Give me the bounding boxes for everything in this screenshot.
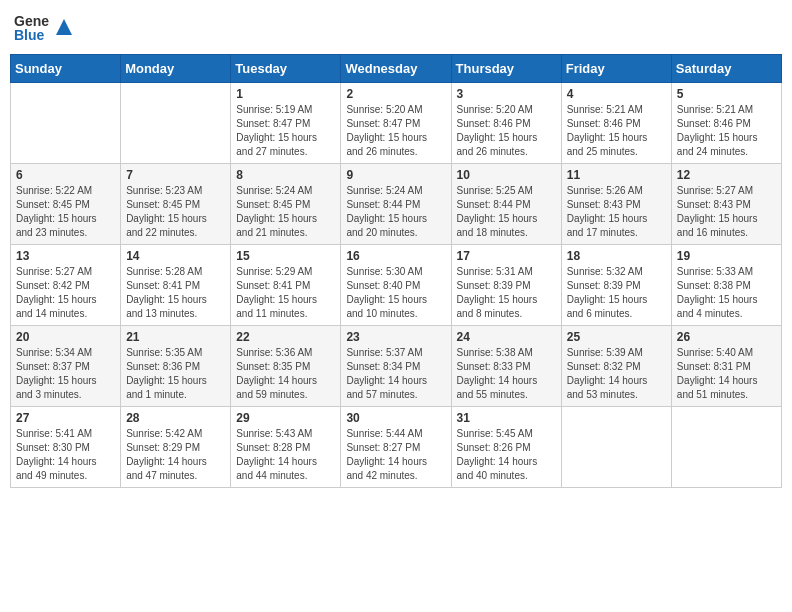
- calendar-cell: 4Sunrise: 5:21 AM Sunset: 8:46 PM Daylig…: [561, 83, 671, 164]
- day-info: Sunrise: 5:30 AM Sunset: 8:40 PM Dayligh…: [346, 265, 445, 321]
- calendar-cell: [11, 83, 121, 164]
- day-number: 24: [457, 330, 556, 344]
- weekday-header: Friday: [561, 55, 671, 83]
- weekday-header: Wednesday: [341, 55, 451, 83]
- calendar-cell: 31Sunrise: 5:45 AM Sunset: 8:26 PM Dayli…: [451, 407, 561, 488]
- calendar-cell: 19Sunrise: 5:33 AM Sunset: 8:38 PM Dayli…: [671, 245, 781, 326]
- day-number: 21: [126, 330, 225, 344]
- calendar-cell: 17Sunrise: 5:31 AM Sunset: 8:39 PM Dayli…: [451, 245, 561, 326]
- day-number: 9: [346, 168, 445, 182]
- calendar-cell: 18Sunrise: 5:32 AM Sunset: 8:39 PM Dayli…: [561, 245, 671, 326]
- day-info: Sunrise: 5:42 AM Sunset: 8:29 PM Dayligh…: [126, 427, 225, 483]
- calendar-cell: 6Sunrise: 5:22 AM Sunset: 8:45 PM Daylig…: [11, 164, 121, 245]
- day-number: 11: [567, 168, 666, 182]
- day-info: Sunrise: 5:23 AM Sunset: 8:45 PM Dayligh…: [126, 184, 225, 240]
- day-info: Sunrise: 5:44 AM Sunset: 8:27 PM Dayligh…: [346, 427, 445, 483]
- day-number: 10: [457, 168, 556, 182]
- weekday-header: Monday: [121, 55, 231, 83]
- calendar-cell: 28Sunrise: 5:42 AM Sunset: 8:29 PM Dayli…: [121, 407, 231, 488]
- day-number: 12: [677, 168, 776, 182]
- calendar-cell: 16Sunrise: 5:30 AM Sunset: 8:40 PM Dayli…: [341, 245, 451, 326]
- day-info: Sunrise: 5:20 AM Sunset: 8:46 PM Dayligh…: [457, 103, 556, 159]
- day-number: 19: [677, 249, 776, 263]
- day-info: Sunrise: 5:37 AM Sunset: 8:34 PM Dayligh…: [346, 346, 445, 402]
- calendar-header-row: SundayMondayTuesdayWednesdayThursdayFrid…: [11, 55, 782, 83]
- calendar-cell: 9Sunrise: 5:24 AM Sunset: 8:44 PM Daylig…: [341, 164, 451, 245]
- calendar-cell: 12Sunrise: 5:27 AM Sunset: 8:43 PM Dayli…: [671, 164, 781, 245]
- day-info: Sunrise: 5:45 AM Sunset: 8:26 PM Dayligh…: [457, 427, 556, 483]
- calendar-cell: 24Sunrise: 5:38 AM Sunset: 8:33 PM Dayli…: [451, 326, 561, 407]
- calendar-cell: 13Sunrise: 5:27 AM Sunset: 8:42 PM Dayli…: [11, 245, 121, 326]
- day-info: Sunrise: 5:34 AM Sunset: 8:37 PM Dayligh…: [16, 346, 115, 402]
- day-info: Sunrise: 5:28 AM Sunset: 8:41 PM Dayligh…: [126, 265, 225, 321]
- day-info: Sunrise: 5:19 AM Sunset: 8:47 PM Dayligh…: [236, 103, 335, 159]
- day-number: 30: [346, 411, 445, 425]
- day-info: Sunrise: 5:32 AM Sunset: 8:39 PM Dayligh…: [567, 265, 666, 321]
- day-info: Sunrise: 5:21 AM Sunset: 8:46 PM Dayligh…: [567, 103, 666, 159]
- day-number: 27: [16, 411, 115, 425]
- day-info: Sunrise: 5:38 AM Sunset: 8:33 PM Dayligh…: [457, 346, 556, 402]
- svg-text:Blue: Blue: [14, 27, 45, 43]
- day-number: 7: [126, 168, 225, 182]
- calendar-cell: [121, 83, 231, 164]
- day-info: Sunrise: 5:20 AM Sunset: 8:47 PM Dayligh…: [346, 103, 445, 159]
- calendar-cell: [561, 407, 671, 488]
- calendar-cell: 23Sunrise: 5:37 AM Sunset: 8:34 PM Dayli…: [341, 326, 451, 407]
- calendar-week-row: 1Sunrise: 5:19 AM Sunset: 8:47 PM Daylig…: [11, 83, 782, 164]
- day-info: Sunrise: 5:33 AM Sunset: 8:38 PM Dayligh…: [677, 265, 776, 321]
- calendar-cell: 8Sunrise: 5:24 AM Sunset: 8:45 PM Daylig…: [231, 164, 341, 245]
- day-number: 3: [457, 87, 556, 101]
- logo-icon: General Blue: [14, 10, 50, 46]
- calendar-cell: [671, 407, 781, 488]
- day-number: 15: [236, 249, 335, 263]
- calendar-cell: 5Sunrise: 5:21 AM Sunset: 8:46 PM Daylig…: [671, 83, 781, 164]
- day-number: 18: [567, 249, 666, 263]
- day-number: 17: [457, 249, 556, 263]
- day-number: 13: [16, 249, 115, 263]
- day-info: Sunrise: 5:43 AM Sunset: 8:28 PM Dayligh…: [236, 427, 335, 483]
- calendar-cell: 27Sunrise: 5:41 AM Sunset: 8:30 PM Dayli…: [11, 407, 121, 488]
- day-info: Sunrise: 5:36 AM Sunset: 8:35 PM Dayligh…: [236, 346, 335, 402]
- day-number: 14: [126, 249, 225, 263]
- day-info: Sunrise: 5:29 AM Sunset: 8:41 PM Dayligh…: [236, 265, 335, 321]
- calendar-cell: 30Sunrise: 5:44 AM Sunset: 8:27 PM Dayli…: [341, 407, 451, 488]
- day-number: 31: [457, 411, 556, 425]
- logo-svg: General Blue: [14, 10, 50, 46]
- calendar-cell: 15Sunrise: 5:29 AM Sunset: 8:41 PM Dayli…: [231, 245, 341, 326]
- day-info: Sunrise: 5:35 AM Sunset: 8:36 PM Dayligh…: [126, 346, 225, 402]
- day-number: 2: [346, 87, 445, 101]
- calendar-cell: 3Sunrise: 5:20 AM Sunset: 8:46 PM Daylig…: [451, 83, 561, 164]
- calendar-cell: 26Sunrise: 5:40 AM Sunset: 8:31 PM Dayli…: [671, 326, 781, 407]
- day-info: Sunrise: 5:27 AM Sunset: 8:43 PM Dayligh…: [677, 184, 776, 240]
- day-number: 16: [346, 249, 445, 263]
- calendar-week-row: 20Sunrise: 5:34 AM Sunset: 8:37 PM Dayli…: [11, 326, 782, 407]
- calendar-cell: 14Sunrise: 5:28 AM Sunset: 8:41 PM Dayli…: [121, 245, 231, 326]
- day-info: Sunrise: 5:24 AM Sunset: 8:44 PM Dayligh…: [346, 184, 445, 240]
- day-number: 20: [16, 330, 115, 344]
- day-number: 29: [236, 411, 335, 425]
- day-number: 22: [236, 330, 335, 344]
- calendar-cell: 25Sunrise: 5:39 AM Sunset: 8:32 PM Dayli…: [561, 326, 671, 407]
- day-info: Sunrise: 5:25 AM Sunset: 8:44 PM Dayligh…: [457, 184, 556, 240]
- day-number: 23: [346, 330, 445, 344]
- calendar-table: SundayMondayTuesdayWednesdayThursdayFrid…: [10, 54, 782, 488]
- page-header: General Blue: [10, 10, 782, 46]
- calendar-cell: 10Sunrise: 5:25 AM Sunset: 8:44 PM Dayli…: [451, 164, 561, 245]
- calendar-week-row: 13Sunrise: 5:27 AM Sunset: 8:42 PM Dayli…: [11, 245, 782, 326]
- calendar-cell: 11Sunrise: 5:26 AM Sunset: 8:43 PM Dayli…: [561, 164, 671, 245]
- weekday-header: Tuesday: [231, 55, 341, 83]
- day-number: 4: [567, 87, 666, 101]
- calendar-cell: 21Sunrise: 5:35 AM Sunset: 8:36 PM Dayli…: [121, 326, 231, 407]
- calendar-cell: 2Sunrise: 5:20 AM Sunset: 8:47 PM Daylig…: [341, 83, 451, 164]
- day-info: Sunrise: 5:24 AM Sunset: 8:45 PM Dayligh…: [236, 184, 335, 240]
- day-info: Sunrise: 5:22 AM Sunset: 8:45 PM Dayligh…: [16, 184, 115, 240]
- day-number: 5: [677, 87, 776, 101]
- day-number: 26: [677, 330, 776, 344]
- day-info: Sunrise: 5:39 AM Sunset: 8:32 PM Dayligh…: [567, 346, 666, 402]
- day-info: Sunrise: 5:27 AM Sunset: 8:42 PM Dayligh…: [16, 265, 115, 321]
- day-info: Sunrise: 5:31 AM Sunset: 8:39 PM Dayligh…: [457, 265, 556, 321]
- calendar-cell: 22Sunrise: 5:36 AM Sunset: 8:35 PM Dayli…: [231, 326, 341, 407]
- day-number: 8: [236, 168, 335, 182]
- calendar-cell: 7Sunrise: 5:23 AM Sunset: 8:45 PM Daylig…: [121, 164, 231, 245]
- day-number: 28: [126, 411, 225, 425]
